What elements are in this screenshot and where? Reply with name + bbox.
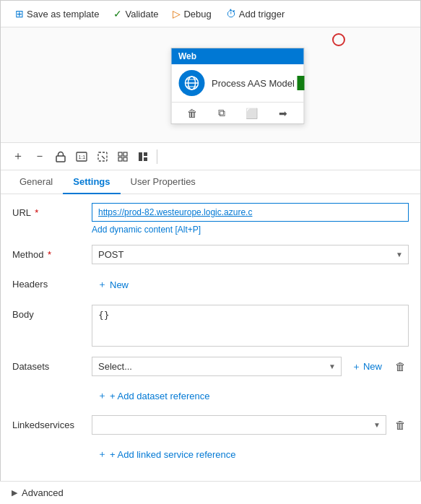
headers-new-button[interactable]: ＋ New (92, 274, 409, 295)
layout-button[interactable] (134, 149, 152, 165)
validate-label: Validate (125, 9, 158, 19)
fit-button[interactable]: 1:1 (71, 149, 92, 165)
datasets-label: Datasets (12, 357, 84, 372)
linkedservices-select[interactable] (92, 415, 386, 435)
body-row: Body {} (12, 305, 409, 347)
svg-rect-5 (56, 156, 65, 162)
svg-rect-14 (144, 152, 147, 156)
canvas-area: Web Process AAS Model 🗑 ⧉ ⬜ ➡ (1, 27, 420, 143)
headers-new-label: New (110, 279, 129, 290)
datasets-select-wrap: Select... ▼ (92, 357, 342, 376)
add-dataset-ref-button[interactable]: ＋ + Add dataset reference (92, 386, 215, 405)
node-actions: 🗑 ⧉ ⬜ ➡ (171, 102, 303, 123)
datasets-new-button[interactable]: ＋ New (347, 357, 386, 376)
linkedservices-select-wrap: ▼ (92, 415, 386, 435)
method-required-star: * (48, 249, 51, 260)
node-title-label: Process AAS Model (212, 78, 295, 89)
svg-rect-10 (123, 152, 127, 156)
datasets-delete-button[interactable]: 🗑 (392, 359, 409, 374)
save-template-icon: ⊞ (15, 8, 24, 19)
validate-button[interactable]: ✓ Validate (108, 5, 164, 22)
add-trigger-label: Add trigger (239, 9, 285, 19)
headers-label: Headers (12, 274, 84, 290)
node-category-label: Web (178, 51, 196, 61)
body-label: Body (12, 305, 84, 320)
url-label: URL * (12, 203, 84, 218)
datasets-select[interactable]: Select... (92, 357, 342, 376)
add-linked-ref-button[interactable]: ＋ + Add linked service reference (92, 445, 242, 464)
tab-settings[interactable]: Settings (63, 170, 120, 194)
arrange-button[interactable] (113, 149, 132, 165)
add-dataset-ref-row: ＋ + Add dataset reference (12, 386, 409, 405)
url-control-wrap: Add dynamic content [Alt+P] (92, 203, 409, 235)
toolbar-divider (157, 149, 157, 164)
add-trigger-icon: ⏱ (226, 8, 236, 19)
node-delete-button[interactable]: 🗑 (184, 106, 200, 121)
trigger-circle-indicator (332, 33, 345, 46)
headers-row: Headers ＋ New (12, 274, 409, 295)
headers-new-plus: ＋ (97, 278, 107, 291)
svg-rect-9 (118, 152, 122, 156)
url-required-star: * (35, 207, 38, 218)
tab-user-properties[interactable]: User Properties (121, 170, 206, 194)
headers-control-wrap: ＋ New (92, 274, 409, 295)
add-linked-ref-label: + Add linked service reference (110, 449, 236, 460)
datasets-new-plus: ＋ (352, 360, 361, 373)
advanced-chevron-icon: ▶ (12, 488, 17, 498)
tab-user-properties-label: User Properties (131, 176, 196, 187)
linkedservices-controls-row: ▼ 🗑 (92, 415, 409, 435)
linkedservices-control-wrap: ▼ 🗑 (92, 415, 409, 435)
node-status-dot (297, 76, 304, 90)
add-trigger-button[interactable]: ⏱ Add trigger (220, 5, 291, 22)
add-linked-ref-row: ＋ + Add linked service reference (12, 445, 409, 464)
body-control-wrap: {} (92, 305, 409, 347)
tabs-row: General Settings User Properties (1, 170, 420, 194)
body-textarea[interactable]: {} (92, 305, 409, 347)
zoom-out-button[interactable]: － (30, 146, 50, 167)
svg-rect-13 (139, 152, 142, 161)
linkedservices-label: Linkedservices (12, 415, 84, 430)
svg-rect-11 (118, 157, 122, 161)
method-label: Method * (12, 245, 84, 260)
datasets-row: Datasets Select... ▼ ＋ New 🗑 (12, 357, 409, 376)
tab-settings-label: Settings (73, 176, 110, 187)
node-copy-button[interactable]: ⧉ (215, 105, 228, 121)
svg-rect-15 (144, 157, 147, 161)
advanced-label: Advanced (22, 487, 64, 498)
linkedservices-delete-button[interactable]: 🗑 (392, 417, 409, 433)
debug-icon: ▷ (173, 8, 181, 19)
form-area: URL * Add dynamic content [Alt+P] Method… (1, 194, 420, 503)
node-icon (178, 70, 204, 96)
datasets-control-wrap: Select... ▼ ＋ New 🗑 (92, 357, 409, 376)
add-dataset-ref-label: + Add dataset reference (110, 391, 209, 401)
top-toolbar: ⊞ Save as template ✓ Validate ▷ Debug ⏱ … (1, 1, 420, 27)
save-template-label: Save as template (27, 9, 99, 19)
datasets-new-label: New (363, 361, 382, 372)
url-input[interactable] (92, 203, 409, 222)
method-row: Method * POST GET PUT DELETE PATCH ▼ (12, 245, 409, 264)
advanced-section[interactable]: ▶ Advanced (0, 481, 421, 504)
node-header: Web (171, 48, 303, 64)
dynamic-content-link[interactable]: Add dynamic content [Alt+P] (92, 225, 409, 235)
secondary-toolbar: ＋ － 1:1 (1, 143, 420, 170)
select-button[interactable] (93, 149, 112, 165)
tab-general[interactable]: General (9, 170, 63, 194)
save-template-button[interactable]: ⊞ Save as template (9, 5, 105, 22)
add-linked-ref-plus: ＋ (97, 448, 107, 461)
linkedservices-row: Linkedservices ▼ 🗑 (12, 415, 409, 435)
method-control-wrap: POST GET PUT DELETE PATCH ▼ (92, 245, 409, 264)
svg-text:1:1: 1:1 (79, 155, 86, 160)
zoom-in-button[interactable]: ＋ (8, 146, 28, 167)
method-select-wrap: POST GET PUT DELETE PATCH ▼ (92, 245, 409, 264)
node-card: Web Process AAS Model 🗑 ⧉ ⬜ ➡ (170, 48, 304, 124)
url-row: URL * Add dynamic content [Alt+P] (12, 203, 409, 235)
debug-button[interactable]: ▷ Debug (167, 5, 217, 22)
method-select[interactable]: POST GET PUT DELETE PATCH (92, 245, 409, 264)
add-dataset-ref-plus: ＋ (97, 389, 107, 402)
datasets-controls-row: Select... ▼ ＋ New 🗑 (92, 357, 409, 376)
node-connect-button[interactable]: ➡ (276, 106, 290, 121)
lock-button[interactable] (51, 148, 70, 165)
validate-icon: ✓ (113, 8, 122, 19)
node-duplicate-button[interactable]: ⬜ (243, 106, 261, 121)
debug-label: Debug (183, 9, 211, 19)
